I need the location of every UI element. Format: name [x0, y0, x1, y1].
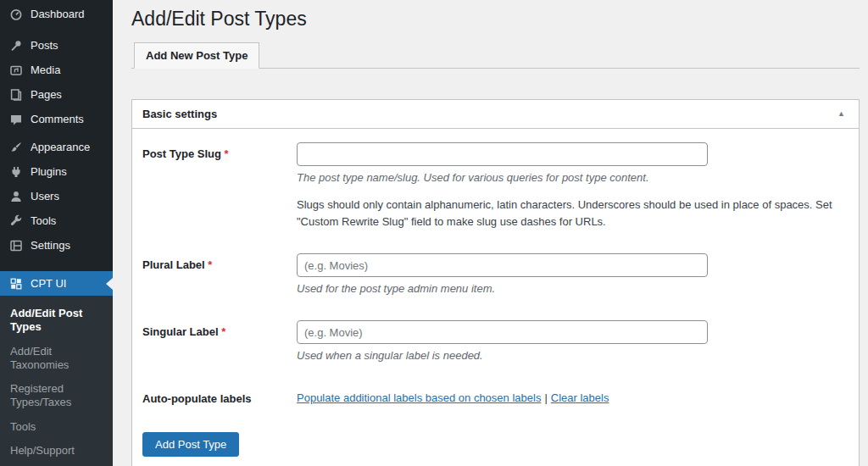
sidebar-item-pages[interactable]: Pages	[0, 82, 113, 107]
post-type-slug-row: Post Type Slug * The post type name/slug…	[142, 142, 849, 230]
required-marker: *	[221, 325, 225, 338]
sidebar-item-label: Dashboard	[31, 8, 85, 20]
submenu-item-add-edit-post-types[interactable]: Add/Edit Post Types	[0, 302, 113, 340]
sidebar-item-label: Media	[31, 64, 60, 76]
sidebar-item-comments[interactable]: Comments	[0, 107, 113, 131]
admin-menu: Dashboard Posts Media Pages Comments	[0, 0, 113, 296]
clear-labels-link[interactable]: Clear labels	[551, 391, 609, 404]
link-separator: |	[544, 391, 547, 404]
add-post-type-button[interactable]: Add Post Type	[142, 432, 239, 457]
auto-populate-label: Auto-populate labels	[142, 387, 297, 407]
sidebar-item-tools[interactable]: Tools	[0, 208, 113, 233]
panel-title: Basic settings	[142, 108, 217, 120]
admin-content: Add/Edit Post Types Add New Post Type Ba…	[113, 0, 868, 466]
sidebar-item-posts[interactable]: Posts	[0, 33, 113, 58]
triangle-up-icon: ▲	[837, 109, 845, 118]
sidebar-item-label: Appearance	[31, 141, 90, 153]
admin-sidebar: Dashboard Posts Media Pages Comments	[0, 0, 113, 466]
pushpin-icon	[8, 38, 23, 53]
sidebar-item-label: Settings	[31, 239, 70, 252]
post-type-slug-input[interactable]	[297, 142, 708, 166]
sidebar-item-users[interactable]: Users	[0, 184, 113, 208]
sidebar-item-settings[interactable]: Settings	[0, 233, 113, 258]
basic-settings-header: Basic settings ▲	[132, 100, 859, 129]
submenu-item-add-edit-taxonomies[interactable]: Add/Edit Taxonomies	[0, 340, 113, 378]
plural-label-label: Plural Label *	[142, 253, 297, 297]
sidebar-item-plugins[interactable]: Plugins	[0, 159, 113, 184]
settings-icon	[8, 238, 23, 252]
tab-bar: Add New Post Type	[131, 42, 860, 69]
auto-populate-row: Auto-populate labels Populate additional…	[142, 387, 849, 407]
forms-icon	[8, 276, 23, 291]
panel-collapse-toggle[interactable]: ▲	[834, 108, 849, 119]
cpt-ui-submenu: Add/Edit Post Types Add/Edit Taxonomies …	[0, 296, 113, 466]
plural-label-row: Plural Label * Used for the post type ad…	[142, 253, 849, 297]
populate-labels-link[interactable]: Populate additional labels based on chos…	[297, 391, 541, 404]
singular-label-label: Singular Label *	[142, 320, 297, 363]
sidebar-item-label: Comments	[31, 113, 84, 125]
panel-body: Post Type Slug * The post type name/slug…	[132, 129, 859, 466]
wrench-icon	[8, 214, 23, 228]
post-type-slug-field: The post type name/slug. Used for variou…	[297, 142, 849, 230]
sidebar-item-label: Users	[31, 190, 59, 202]
user-icon	[8, 189, 23, 203]
dashboard-icon	[8, 7, 23, 21]
sidebar-item-label: CPT UI	[31, 277, 66, 290]
singular-label-row: Singular Label * Used when a singular la…	[142, 320, 849, 363]
plural-label-field: Used for the post type admin menu item.	[297, 253, 849, 297]
sidebar-item-label: Tools	[31, 214, 56, 227]
sidebar-item-dashboard[interactable]: Dashboard	[0, 2, 113, 26]
tab-add-new-post-type[interactable]: Add New Post Type	[134, 42, 259, 69]
singular-label-input[interactable]	[297, 320, 708, 344]
basic-settings-panel: Basic settings ▲ Post Type Slug * The po…	[131, 99, 860, 466]
singular-label-field: Used when a singular label is needed.	[297, 320, 849, 363]
comment-icon	[8, 112, 23, 126]
sidebar-item-label: Pages	[31, 88, 62, 101]
post-type-slug-description: Slugs should only contain alphanumeric, …	[297, 197, 846, 230]
submenu-item-help-support[interactable]: Help/Support	[0, 439, 113, 463]
sidebar-item-media[interactable]: Media	[0, 58, 113, 82]
paintbrush-icon	[8, 140, 23, 154]
sidebar-item-label: Plugins	[31, 165, 67, 178]
plural-label-help: Used for the post type admin menu item.	[297, 281, 849, 297]
sidebar-item-appearance[interactable]: Appearance	[0, 135, 113, 159]
submenu-item-tools[interactable]: Tools	[0, 415, 113, 439]
plugin-icon	[8, 164, 23, 179]
post-type-slug-help: The post type name/slug. Used for variou…	[297, 170, 849, 186]
required-marker: *	[225, 147, 229, 160]
submenu-item-registered-types-taxes[interactable]: Registered Types/Taxes	[0, 377, 113, 415]
media-icon	[8, 63, 23, 77]
sidebar-item-label: Posts	[31, 39, 58, 52]
auto-populate-links: Populate additional labels based on chos…	[297, 387, 849, 407]
post-type-slug-label: Post Type Slug *	[142, 142, 297, 230]
plural-label-input[interactable]	[297, 253, 708, 277]
submenu-item-about-cpt-ui[interactable]: About CPT UI	[0, 463, 113, 466]
singular-label-help: Used when a singular label is needed.	[297, 348, 849, 363]
pages-icon	[8, 87, 23, 102]
sidebar-item-cpt-ui[interactable]: CPT UI	[0, 271, 113, 296]
page-title: Add/Edit Post Types	[131, 7, 860, 32]
required-marker: *	[208, 258, 212, 271]
